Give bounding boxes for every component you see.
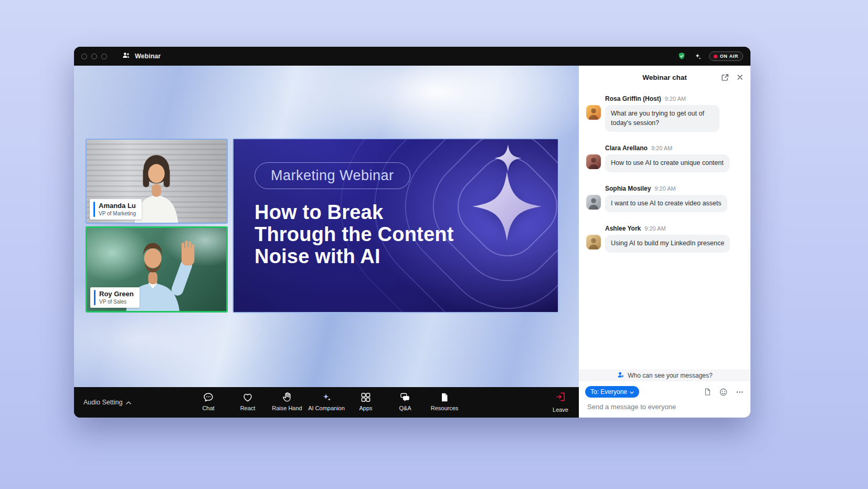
- raise-hand-icon: [281, 391, 293, 403]
- chat-button[interactable]: Chat: [189, 391, 228, 411]
- webinar-chat-panel: Webinar chat Rosa Griffin (Host)9:20 AM: [579, 66, 750, 418]
- emoji-icon[interactable]: [719, 388, 728, 397]
- message-author: Ashlee York: [605, 225, 641, 232]
- chat-message: Rosa Griffin (Host)9:20 AM What are you …: [586, 95, 744, 132]
- on-air-dot: [714, 55, 717, 58]
- avatar: [586, 195, 601, 210]
- participant-name: Amanda Lu: [99, 202, 136, 210]
- chat-composer: To: Everyone: [579, 381, 750, 400]
- message-time: 9:20 AM: [651, 145, 672, 151]
- titlebar: Webinar ON AIR: [74, 47, 750, 66]
- chat-message: Ashlee York9:20 AM Using AI to build my …: [586, 225, 744, 253]
- audio-setting-button[interactable]: Audio Setting: [83, 387, 131, 418]
- person-check-icon: [617, 371, 624, 380]
- shield-check-icon[interactable]: [677, 51, 686, 61]
- avatar: [586, 235, 601, 249]
- message-bubble: How to use AI to create unique content: [605, 154, 729, 172]
- slide-star-shape: [494, 144, 522, 172]
- window-controls: [81, 54, 107, 59]
- to-everyone-selector[interactable]: To: Everyone: [585, 386, 639, 398]
- participant-name: Roy Green: [99, 290, 134, 298]
- more-options-icon[interactable]: [735, 388, 744, 397]
- raise-hand-button[interactable]: Raise Hand: [268, 391, 307, 411]
- webinar-people-icon: [122, 51, 131, 61]
- name-tag: Roy Green VP of Sales: [90, 287, 140, 308]
- webinar-window: Webinar ON AIR: [74, 47, 750, 418]
- message-bubble: I want to use AI to create video assets: [605, 195, 727, 213]
- resources-button[interactable]: Resources: [425, 391, 464, 411]
- attach-file-icon[interactable]: [703, 388, 712, 396]
- apps-icon: [360, 391, 372, 403]
- leave-icon: [555, 391, 567, 405]
- window-close-button[interactable]: [81, 54, 87, 59]
- chat-message: Clara Arellano9:20 AM How to use AI to c…: [586, 144, 744, 172]
- message-author: Sophia Mosiley: [605, 185, 651, 192]
- chat-header: Webinar chat: [579, 66, 750, 89]
- participant-role: VP of Sales: [99, 298, 134, 305]
- name-tag-accent: [94, 290, 96, 305]
- chat-message-list: Rosa Griffin (Host)9:20 AM What are you …: [579, 89, 750, 369]
- participant-role: VP of Marketing: [99, 210, 136, 217]
- video-tile-amanda-lu[interactable]: Amanda Lu VP of Marketing: [86, 139, 228, 224]
- chevron-down-icon: [630, 388, 634, 396]
- window-title: Webinar: [135, 53, 161, 60]
- privacy-note[interactable]: Who can see your messages?: [579, 369, 750, 381]
- popout-icon[interactable]: [721, 73, 729, 82]
- message-author: Clara Arellano: [605, 144, 648, 152]
- on-air-badge: ON AIR: [709, 51, 743, 61]
- app-title: Webinar: [122, 51, 161, 61]
- chat-message-input[interactable]: [587, 403, 742, 411]
- resources-icon: [439, 391, 451, 403]
- message-bubble: Using AI to build my LinkedIn presence: [605, 235, 730, 253]
- message-bubble: What are you trying to get out of today'…: [605, 105, 719, 132]
- shared-presentation-slide: Marketing Webinar How to Break Through t…: [232, 138, 559, 313]
- slide-star-shape: [472, 172, 542, 241]
- leave-button[interactable]: Leave: [553, 391, 568, 413]
- react-icon: [242, 391, 254, 403]
- meeting-toolbar: Audio Setting Chat: [74, 387, 579, 418]
- react-button[interactable]: React: [228, 391, 268, 411]
- message-time: 9:20 AM: [665, 96, 686, 102]
- chat-input-row: [579, 400, 750, 418]
- chat-icon: [203, 391, 215, 403]
- name-tag: Amanda Lu VP of Marketing: [90, 199, 142, 220]
- window-zoom-button[interactable]: [101, 54, 107, 59]
- qa-icon: [399, 391, 411, 403]
- video-stage: Amanda Lu VP of Marketing: [74, 66, 579, 387]
- message-author: Rosa Griffin (Host): [605, 95, 661, 102]
- window-minimize-button[interactable]: [91, 54, 97, 59]
- ai-sparkle-icon[interactable]: [693, 52, 702, 61]
- ai-companion-icon: [321, 391, 333, 403]
- qa-button[interactable]: Q&A: [386, 391, 425, 411]
- ai-companion-button[interactable]: AI Companion: [307, 391, 346, 411]
- apps-button[interactable]: Apps: [346, 391, 386, 411]
- message-time: 9:20 AM: [654, 185, 675, 192]
- chat-message: Sophia Mosiley9:20 AM I want to use AI t…: [586, 185, 744, 213]
- slide-title: How to Break Through the Content Noise w…: [255, 201, 454, 267]
- avatar: [586, 154, 601, 169]
- slide-badge: Marketing Webinar: [255, 162, 410, 189]
- avatar: [586, 105, 601, 120]
- chevron-up-icon: [126, 399, 131, 406]
- name-tag-accent: [93, 202, 95, 217]
- close-icon[interactable]: [736, 73, 744, 81]
- video-tile-roy-green[interactable]: Roy Green VP of Sales: [86, 226, 228, 313]
- message-time: 9:20 AM: [644, 225, 665, 232]
